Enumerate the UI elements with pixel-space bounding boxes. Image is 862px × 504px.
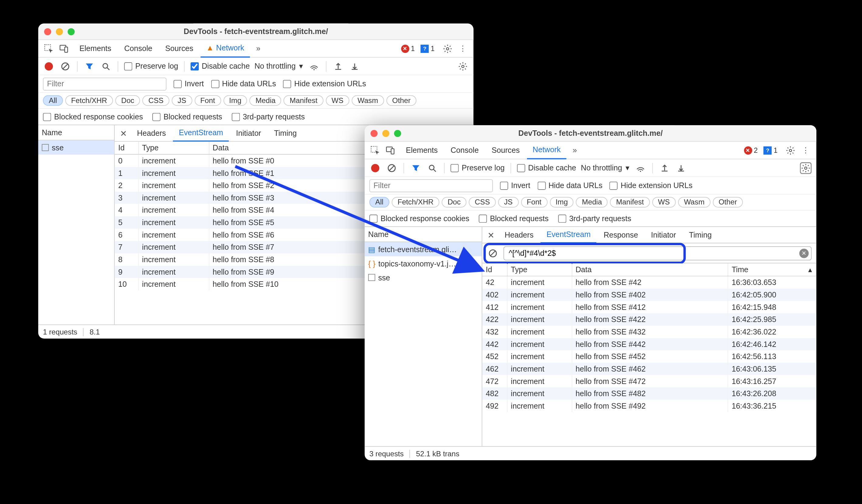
eventstream-table[interactable]: Id Type Data Time ▴ 42incrementhello fro… [482, 263, 817, 446]
request-item-js[interactable]: { }topics-taxonomy-v1.j… [365, 256, 482, 270]
col-id[interactable]: Id [115, 142, 138, 154]
network-settings-icon[interactable] [800, 162, 812, 174]
traffic-lights[interactable] [370, 130, 401, 137]
error-count[interactable]: ✕1 [401, 44, 415, 53]
close-detail-icon[interactable]: ✕ [117, 129, 130, 138]
kebab-menu-icon[interactable]: ⋮ [799, 143, 813, 157]
filter-icon[interactable] [83, 60, 95, 72]
col-time[interactable]: Time ▴ [728, 263, 816, 276]
clear-button[interactable] [386, 162, 397, 174]
search-icon[interactable] [427, 162, 438, 174]
inspect-icon[interactable] [42, 41, 56, 55]
type-chip-fetchxhr[interactable]: Fetch/XHR [65, 95, 113, 106]
tab-network[interactable]: ▲Network [200, 40, 250, 57]
preserve-log-checkbox[interactable]: Preserve log [450, 163, 505, 172]
table-row[interactable]: 492incrementhello from SSE #49216:43:36.… [482, 400, 816, 412]
table-row[interactable]: 42incrementhello from SSE #4216:36:03.65… [482, 276, 816, 289]
table-row[interactable]: 432incrementhello from SSE #43216:42:36.… [482, 326, 816, 338]
request-item-sse[interactable]: sse [38, 140, 114, 154]
disable-cache-checkbox[interactable]: Disable cache [191, 62, 250, 70]
throttling-select[interactable]: No throttling▾ [254, 62, 303, 70]
maximize-button[interactable] [68, 28, 75, 35]
more-tabs-icon[interactable]: » [568, 143, 582, 157]
error-count[interactable]: ✕2 [744, 146, 758, 154]
blocked-cookies-checkbox[interactable]: Blocked response cookies [43, 112, 143, 121]
table-row[interactable]: 402incrementhello from SSE #40216:42:05.… [482, 289, 816, 301]
kebab-menu-icon[interactable]: ⋮ [456, 41, 470, 55]
tab-elements[interactable]: Elements [400, 142, 444, 158]
detail-tab-response[interactable]: Response [598, 227, 644, 242]
info-count[interactable]: ?1 [763, 146, 778, 154]
type-chip-all[interactable]: All [369, 197, 389, 208]
close-button[interactable] [370, 130, 378, 137]
minimize-button[interactable] [382, 130, 389, 137]
device-toolbar-icon[interactable] [383, 143, 397, 157]
type-chip-wasm[interactable]: Wasm [352, 95, 384, 106]
col-data[interactable]: Data [572, 263, 728, 276]
more-tabs-icon[interactable]: » [251, 41, 265, 55]
settings-icon[interactable] [441, 41, 454, 55]
request-item-main[interactable]: ▤fetch-eventstream.gli… [365, 242, 482, 256]
filter-input[interactable] [369, 179, 493, 192]
network-settings-icon[interactable] [457, 60, 469, 72]
type-chip-font[interactable]: Font [521, 197, 547, 208]
col-id[interactable]: Id [482, 263, 507, 276]
tab-sources[interactable]: Sources [159, 40, 199, 57]
blocked-requests-checkbox[interactable]: Blocked requests [152, 112, 222, 121]
invert-checkbox[interactable]: Invert [173, 79, 204, 88]
download-har-icon[interactable] [675, 162, 687, 174]
info-count[interactable]: ?1 [421, 44, 435, 53]
upload-har-icon[interactable] [332, 60, 344, 72]
type-chip-img[interactable]: Img [550, 197, 574, 208]
table-row[interactable]: 442incrementhello from SSE #44216:42:46.… [482, 338, 816, 350]
type-chip-css[interactable]: CSS [469, 197, 496, 208]
blocked-cookies-checkbox[interactable]: Blocked response cookies [369, 214, 469, 223]
table-row[interactable]: 412incrementhello from SSE #41216:42:15.… [482, 301, 816, 314]
clear-button[interactable] [59, 60, 71, 72]
col-type[interactable]: Type [138, 142, 209, 154]
blocked-requests-checkbox[interactable]: Blocked requests [479, 214, 549, 223]
type-chip-other[interactable]: Other [713, 197, 743, 208]
preserve-log-checkbox[interactable]: Preserve log [124, 62, 178, 70]
table-row[interactable]: 422incrementhello from SSE #42216:42:25.… [482, 313, 816, 326]
detail-tab-eventstream[interactable]: EventStream [541, 227, 597, 243]
type-chip-doc[interactable]: Doc [442, 197, 467, 208]
type-chip-js[interactable]: JS [498, 197, 519, 208]
type-chip-media[interactable]: Media [250, 95, 282, 106]
detail-tab-headers[interactable]: Headers [499, 227, 539, 242]
table-row[interactable]: 452incrementhello from SSE #45216:42:56.… [482, 350, 816, 363]
invert-checkbox[interactable]: Invert [500, 181, 531, 190]
hide-data-urls-checkbox[interactable]: Hide data URLs [537, 181, 602, 190]
type-chip-all[interactable]: All [43, 95, 63, 106]
type-chip-js[interactable]: JS [172, 95, 192, 106]
tab-console[interactable]: Console [118, 40, 158, 57]
tab-elements[interactable]: Elements [74, 40, 117, 57]
clear-filter-icon[interactable]: ✕ [799, 249, 809, 258]
filter-icon[interactable] [410, 162, 422, 174]
close-button[interactable] [44, 28, 51, 35]
filter-input[interactable] [43, 77, 166, 90]
type-chip-manifest[interactable]: Manifest [284, 95, 323, 106]
network-conditions-icon[interactable] [308, 60, 320, 72]
tab-console[interactable]: Console [445, 142, 484, 158]
upload-har-icon[interactable] [659, 162, 670, 174]
tab-sources[interactable]: Sources [486, 142, 525, 158]
record-button[interactable] [43, 60, 55, 72]
settings-icon[interactable] [783, 143, 797, 157]
type-chip-font[interactable]: Font [195, 95, 221, 106]
network-conditions-icon[interactable] [634, 162, 646, 174]
inspect-icon[interactable] [368, 143, 382, 157]
close-detail-icon[interactable]: ✕ [484, 230, 498, 240]
table-row[interactable]: 482incrementhello from SSE #48216:43:26.… [482, 387, 816, 400]
detail-tab-timing[interactable]: Timing [683, 227, 717, 242]
table-row[interactable]: 472incrementhello from SSE #47216:43:16.… [482, 375, 816, 388]
type-chip-manifest[interactable]: Manifest [610, 197, 650, 208]
download-har-icon[interactable] [349, 60, 361, 72]
3rd-party-checkbox[interactable]: 3rd-party requests [558, 214, 631, 223]
disable-cache-checkbox[interactable]: Disable cache [517, 163, 576, 172]
type-chip-fetchxhr[interactable]: Fetch/XHR [392, 197, 440, 208]
regex-filter-input[interactable] [503, 246, 811, 260]
traffic-lights[interactable] [44, 28, 75, 35]
tab-network[interactable]: Network [527, 141, 566, 159]
type-chip-other[interactable]: Other [386, 95, 416, 106]
